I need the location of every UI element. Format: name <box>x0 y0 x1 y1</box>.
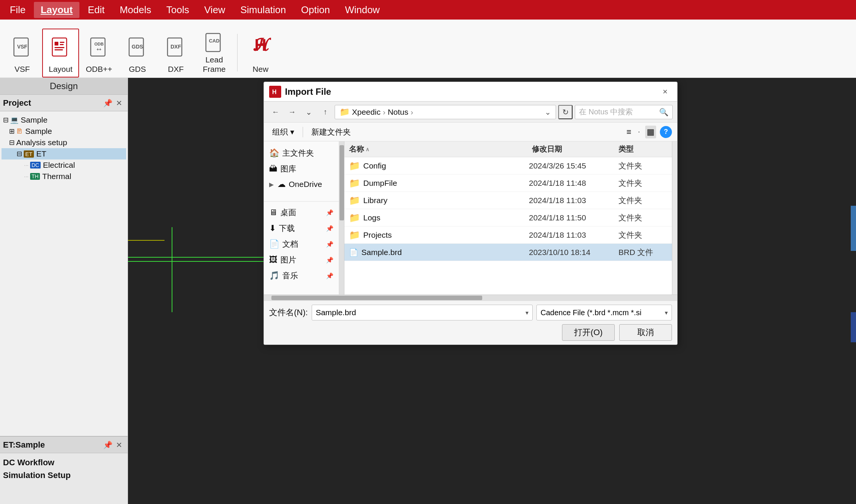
file-list-scrollbar[interactable] <box>672 141 677 295</box>
menu-file[interactable]: File <box>3 2 32 18</box>
desktop-pin-icon: 📌 <box>326 209 334 216</box>
col-name-header[interactable]: 名称 ∧ <box>349 144 532 154</box>
cancel-button[interactable]: 取消 <box>619 324 672 341</box>
et-pin-button[interactable]: 📌 <box>102 439 113 451</box>
toolbar-gds-button[interactable]: GDS GDS <box>119 29 156 77</box>
svg-rect-4 <box>60 42 64 43</box>
home-icon: 🏠 <box>269 148 279 158</box>
et-simulation-setup[interactable]: Simulation Setup <box>3 469 125 482</box>
downloads-pin-icon: 📌 <box>326 225 334 232</box>
toolbar-new-button[interactable]: H ℋ New <box>242 29 279 77</box>
dialog-logo-icon: H <box>271 88 279 96</box>
nav-up-button[interactable]: ↑ <box>318 105 332 119</box>
toolbar-layout-button[interactable]: Layout <box>42 29 79 77</box>
breadcrumb-dropdown[interactable]: ⌄ <box>545 108 551 117</box>
file-row-sample-brd[interactable]: 📄 Sample.brd 2023/10/10 18:14 BRD 文件 <box>344 244 672 261</box>
search-icon[interactable]: 🔍 <box>659 108 669 117</box>
tree-item-thermal[interactable]: ··· TH Thermal <box>2 171 126 182</box>
file-date-sample-brd: 2023/10/10 18:14 <box>529 248 615 257</box>
nav-item-downloads[interactable]: ⬇ 下载 📌 <box>264 220 339 236</box>
dialog-hscroll[interactable] <box>264 295 677 301</box>
toolbar-dxf-button[interactable]: DXF DXF <box>157 29 194 77</box>
menu-view[interactable]: View <box>197 2 232 18</box>
menu-layout[interactable]: Layout <box>34 2 79 18</box>
col-type-header[interactable]: 类型 <box>618 144 667 154</box>
view-option-button[interactable]: · <box>637 126 641 137</box>
dialog-body: 🏠 主文件夹 🏔 图库 ▶ ☁ OneDrive <box>264 141 677 295</box>
toolbar-odb-button[interactable]: ODB ++ ODB++ <box>81 29 117 77</box>
nav-item-gallery[interactable]: 🏔 图库 <box>264 161 339 177</box>
open-button[interactable]: 打开(O) <box>562 324 615 341</box>
folder-icon-config: 📁 <box>349 161 360 171</box>
nav-back-button[interactable]: ← <box>268 105 283 119</box>
dialog-titlebar: H Import File × <box>264 82 677 102</box>
view-list-button[interactable]: ≡ <box>625 126 633 138</box>
et-dc-workflow[interactable]: DC Workflow <box>3 456 125 469</box>
menu-simulation[interactable]: Simulation <box>233 2 292 18</box>
tree-label-electrical: Electrical <box>43 161 75 170</box>
file-row-projects[interactable]: 📁 Projects 2024/1/18 11:03 文件夹 <box>344 226 672 244</box>
filename-input[interactable]: Sample.brd ▾ <box>312 305 533 320</box>
filename-label: 文件名(N): <box>269 307 308 318</box>
svg-text:ODB: ODB <box>94 42 104 46</box>
et-close-button[interactable]: ✕ <box>113 439 125 451</box>
filetype-select[interactable]: Cadence File (*.brd *.mcm *.si ▾ <box>536 305 672 320</box>
menu-tools[interactable]: Tools <box>160 2 196 18</box>
desktop-icon: 🖥 <box>269 208 277 217</box>
dialog-title-icon: H <box>269 86 281 98</box>
project-close-button[interactable]: ✕ <box>113 97 125 109</box>
et-panel-title: ET:Sample <box>3 440 102 450</box>
filename-value: Sample.brd <box>316 308 356 317</box>
toolbar-vsf-button[interactable]: VSF VSF <box>4 29 41 77</box>
breadcrumb-notus[interactable]: Notus <box>388 108 408 117</box>
left-nav-scrollbar[interactable] <box>339 141 344 295</box>
project-panel-header: Project 📌 ✕ <box>0 95 128 111</box>
file-type-projects: 文件夹 <box>618 230 667 240</box>
tree-item-electrical[interactable]: ··· DC Electrical <box>2 159 126 171</box>
new-folder-button[interactable]: 新建文件夹 <box>308 125 354 139</box>
gds-icon: GDS <box>127 36 148 58</box>
file-date-dumpfile: 2024/1/18 11:48 <box>529 179 615 188</box>
file-type-dumpfile: 文件夹 <box>618 178 667 188</box>
nav-label-desktop: 桌面 <box>280 207 296 218</box>
file-name-logs: Logs <box>363 213 381 222</box>
tree-item-et[interactable]: ⊟ ET ET <box>2 148 126 159</box>
tree-collapse-icon: ⊟ <box>3 116 9 124</box>
nav-item-pictures[interactable]: 🖼 图片 📌 <box>264 252 339 268</box>
new-label: New <box>253 64 268 74</box>
tree-item-sample-child[interactable]: ⊞ 🖹 Sample <box>2 126 126 137</box>
nav-item-home[interactable]: 🏠 主文件夹 <box>264 145 339 161</box>
tree-item-sample-root[interactable]: ⊟ 💻 Sample <box>2 114 126 126</box>
col-date-header[interactable]: 修改日期 <box>532 144 618 154</box>
file-name-dumpfile: DumpFile <box>363 179 397 188</box>
tree-collapse-analysis-icon: ⊟ <box>9 138 15 147</box>
nav-dropdown-button[interactable]: ⌄ <box>302 105 316 119</box>
sort-arrow-icon: ∧ <box>366 146 369 152</box>
organize-button[interactable]: 组织 ▾ <box>269 125 297 139</box>
view-tile-button[interactable]: ▦ <box>645 126 656 138</box>
file-row-dumpfile[interactable]: 📁 DumpFile 2024/1/18 11:48 文件夹 <box>344 175 672 192</box>
dialog-footer: 文件名(N): Sample.brd ▾ Cadence File (*.brd… <box>264 301 677 345</box>
nav-refresh-button[interactable]: ↻ <box>558 105 573 119</box>
menu-edit[interactable]: Edit <box>81 2 111 18</box>
menu-option[interactable]: Option <box>294 2 337 18</box>
file-row-logs[interactable]: 📁 Logs 2024/1/18 11:50 文件夹 <box>344 209 672 226</box>
toolbar-leadframe-button[interactable]: CAD Lead Frame <box>196 29 233 77</box>
menu-models[interactable]: Models <box>113 2 158 18</box>
et-sample-panel: ET:Sample 📌 ✕ DC Workflow Simulation Set… <box>0 436 128 504</box>
dialog-close-button[interactable]: × <box>658 85 672 99</box>
vsf-icon: VSF <box>12 36 33 58</box>
nav-item-music[interactable]: 🎵 音乐 📌 <box>264 268 339 284</box>
file-row-config[interactable]: 📁 Config 2024/3/26 15:45 文件夹 <box>344 157 672 175</box>
tree-item-analysis-setup[interactable]: ⊟ Analysis setup <box>2 137 126 148</box>
nav-item-onedrive[interactable]: ▶ ☁ OneDrive <box>264 177 339 192</box>
nav-item-desktop[interactable]: 🖥 桌面 📌 <box>264 205 339 220</box>
help-button[interactable]: ? <box>660 126 672 138</box>
nav-item-documents[interactable]: 📄 文档 📌 <box>264 236 339 252</box>
nav-forward-button[interactable]: → <box>285 105 299 119</box>
svg-rect-3 <box>55 42 58 46</box>
file-row-library[interactable]: 📁 Library 2024/1/18 11:03 文件夹 <box>344 192 672 209</box>
project-pin-button[interactable]: 📌 <box>102 97 113 109</box>
menu-window[interactable]: Window <box>338 2 386 18</box>
file-name-sample-brd: Sample.brd <box>361 248 402 257</box>
